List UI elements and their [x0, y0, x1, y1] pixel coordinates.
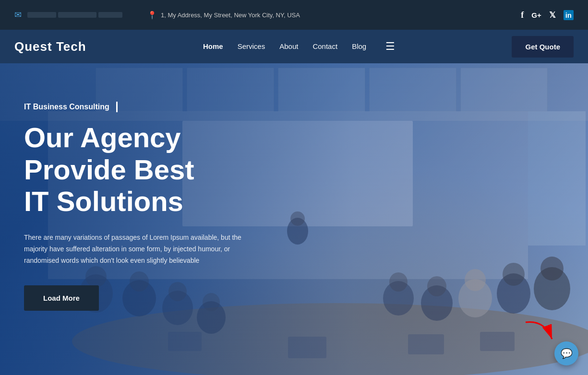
address-text: 1, My Address, My Street, New York City,…	[161, 12, 300, 19]
email-icon: ✉	[14, 10, 22, 20]
hero-section: IT Business Consulting Our Agency Provid…	[0, 63, 588, 375]
nav-item-home[interactable]: Home	[203, 42, 223, 51]
navbar: Quest Tech Home Services About Contact B…	[0, 30, 588, 63]
linkedin-icon[interactable]: in	[564, 10, 574, 20]
nav-item-about[interactable]: About	[279, 42, 298, 51]
google-plus-icon[interactable]: G+	[531, 11, 541, 19]
email-block-2	[58, 12, 96, 18]
social-links: f G+ 𝕏 in	[521, 10, 574, 20]
hero-content: IT Business Consulting Our Agency Provid…	[0, 63, 288, 335]
nav-link-contact[interactable]: Contact	[312, 42, 337, 50]
email-text-blocks	[27, 12, 122, 18]
hero-title: Our Agency Provide Best IT Solutions	[24, 122, 264, 218]
nav-link-about[interactable]: About	[279, 42, 298, 50]
hamburger-icon[interactable]: ☰	[385, 40, 395, 53]
nav-item-contact[interactable]: Contact	[312, 42, 337, 51]
hero-subtitle: IT Business Consulting	[24, 102, 264, 112]
nav-item-blog[interactable]: Blog	[352, 42, 366, 51]
hero-title-line2: IT Solutions	[24, 186, 183, 217]
topbar-left: ✉ 📍 1, My Address, My Street, New York C…	[14, 10, 300, 20]
twitter-icon[interactable]: 𝕏	[549, 10, 556, 20]
facebook-icon[interactable]: f	[521, 10, 524, 20]
brand-logo[interactable]: Quest Tech	[14, 39, 86, 54]
topbar: ✉ 📍 1, My Address, My Street, New York C…	[0, 0, 588, 30]
nav-link-blog[interactable]: Blog	[352, 42, 366, 50]
location-icon: 📍	[147, 11, 157, 20]
nav-link-services[interactable]: Services	[238, 42, 265, 50]
chat-arrow-svg	[521, 317, 559, 346]
chat-widget-container: 💬	[554, 341, 578, 365]
load-more-button[interactable]: Load More	[24, 285, 99, 311]
hero-title-line1: Our Agency Provide Best	[24, 122, 194, 185]
nav-item-services[interactable]: Services	[238, 42, 265, 51]
nav-menu: Home Services About Contact Blog	[203, 42, 366, 51]
address-block: 📍 1, My Address, My Street, New York Cit…	[147, 11, 300, 20]
hero-description: There are many variations of passages of…	[24, 232, 264, 266]
email-block-1	[27, 12, 56, 18]
chat-icon: 💬	[561, 348, 573, 359]
email-block-3	[98, 12, 122, 18]
navbar-right: Get Quote	[512, 36, 574, 58]
get-quote-button[interactable]: Get Quote	[512, 36, 574, 58]
nav-link-home[interactable]: Home	[203, 42, 223, 50]
